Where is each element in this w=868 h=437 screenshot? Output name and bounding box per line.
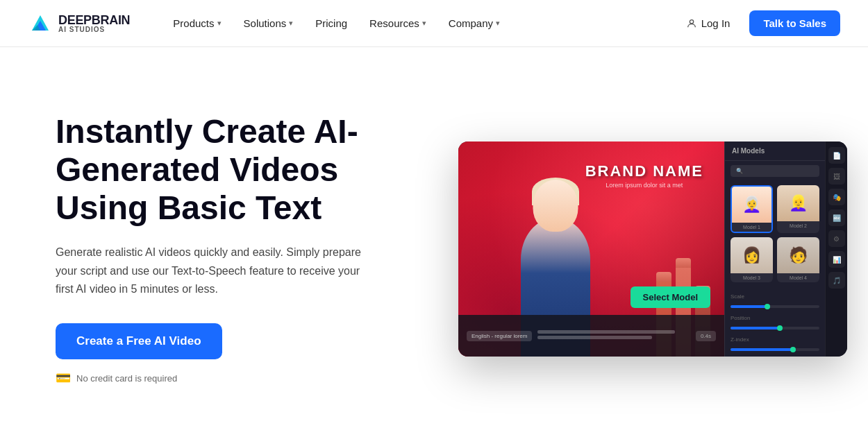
video-bottom-bar: English - regular lorem 0.4s — [458, 315, 724, 357]
app-mockup: BRAND NAME Lorem ipsum dolor sit a met — [458, 142, 847, 357]
toolbar-icon-2[interactable]: 🖼 — [828, 168, 845, 185]
video-preview-area: BRAND NAME Lorem ipsum dolor sit a met — [458, 142, 724, 357]
model-card-3[interactable]: 👩 Model 3 — [731, 237, 773, 282]
chevron-down-icon: ▾ — [496, 19, 500, 28]
main-content: Instantly Create AI-Generated Videos Usi… — [0, 47, 868, 437]
hero-right: BRAND NAME Lorem ipsum dolor sit a met — [458, 142, 847, 357]
chevron-down-icon: ▾ — [422, 19, 426, 28]
credit-card-icon: 💳 — [56, 370, 71, 386]
toolbar-icon-1[interactable]: 📄 — [828, 147, 845, 164]
model-card-1[interactable]: 👩‍🦳 Model 1 — [731, 185, 773, 233]
model-face-1: 👩‍🦳 — [732, 187, 771, 223]
chevron-down-icon: ▾ — [289, 19, 293, 28]
avatar-head — [533, 180, 578, 232]
toolbar-icon-5[interactable]: ⚙ — [828, 230, 845, 247]
model-card-4[interactable]: 🧑 Model 4 — [777, 237, 819, 282]
nav-solutions[interactable]: Solutions ▾ — [234, 12, 303, 35]
brand-overlay: BRAND NAME Lorem ipsum dolor sit a met — [585, 162, 703, 189]
logo[interactable]: DEEPBRAIN AI STUDIOS — [28, 11, 130, 36]
nav-resources[interactable]: Resources ▾ — [360, 12, 436, 35]
hero-subtext: Generate realistic AI videos quickly and… — [56, 243, 361, 298]
logo-brand: DEEPBRAIN — [58, 14, 130, 26]
model-search: 🔍 — [731, 165, 819, 177]
model-label-4: Model 4 — [777, 273, 819, 282]
model-face-3: 👩 — [731, 237, 773, 273]
nav-right: Log In Talk to Sales — [678, 10, 840, 36]
duration-badge: 0.4s — [696, 331, 716, 341]
talk-to-sales-button[interactable]: Talk to Sales — [749, 10, 840, 36]
nav-products[interactable]: Products ▾ — [163, 12, 231, 35]
model-card-2[interactable]: 👱‍♀️ Model 2 — [777, 185, 819, 233]
model-face-4: 🧑 — [777, 237, 819, 273]
far-right-toolbar: 📄 🖼 🎭 🔤 ⚙ 📊 🎵 — [825, 142, 847, 357]
select-model-button[interactable]: Select Model — [631, 286, 710, 308]
nav-pricing[interactable]: Pricing — [306, 12, 357, 35]
z-index-label: Z-index — [725, 332, 825, 347]
no-credit-card-notice: 💳 No credit card is required — [56, 370, 403, 386]
toolbar-icon-3[interactable]: 🎭 — [828, 189, 845, 205]
chevron-down-icon: ▾ — [217, 19, 222, 28]
hero-heading: Instantly Create AI-Generated Videos Usi… — [56, 112, 403, 228]
model-face-2: 👱‍♀️ — [777, 185, 819, 221]
model-label-3: Model 3 — [731, 273, 773, 282]
language-badge: English - regular lorem — [467, 331, 532, 341]
scale-slider[interactable] — [731, 305, 819, 308]
svg-point-3 — [690, 19, 693, 23]
nav-company[interactable]: Company ▾ — [439, 12, 510, 35]
search-icon: 🔍 — [736, 168, 743, 174]
hero-left: Instantly Create AI-Generated Videos Usi… — [56, 112, 403, 386]
logo-sub: AI STUDIOS — [58, 26, 130, 33]
nav-links: Products ▾ Solutions ▾ Pricing Resources… — [163, 12, 677, 35]
model-label-1: Model 1 — [732, 223, 771, 232]
position-slider[interactable] — [731, 327, 819, 329]
brand-subtitle: Lorem ipsum dolor sit a met — [585, 182, 703, 189]
script-text-lines — [537, 330, 690, 341]
login-button[interactable]: Log In — [678, 12, 739, 35]
navbar: DEEPBRAIN AI STUDIOS Products ▾ Solution… — [0, 0, 868, 47]
ai-models-panel: AI Models 🔍 👩‍🦳 Model 1 👱‍♀️ Model 2 👩 — [724, 142, 825, 357]
brand-name-text: BRAND NAME — [585, 162, 703, 180]
model-label-2: Model 2 — [777, 221, 819, 230]
cta-button[interactable]: Create a Free AI Video — [56, 323, 222, 359]
text-line-1 — [537, 330, 674, 334]
zindex-slider[interactable] — [731, 348, 819, 351]
text-line-2 — [537, 336, 652, 339]
toolbar-icon-6[interactable]: 📊 — [828, 251, 845, 268]
panel-title: AI Models — [725, 142, 825, 161]
model-grid: 👩‍🦳 Model 1 👱‍♀️ Model 2 👩 Model 3 🧑 Mod… — [725, 181, 825, 286]
scale-label: Scale — [725, 289, 825, 304]
toolbar-icon-4[interactable]: 🔤 — [828, 209, 845, 226]
user-icon — [686, 18, 697, 29]
position-label: Position — [725, 311, 825, 325]
logo-icon — [28, 11, 53, 36]
toolbar-icon-7[interactable]: 🎵 — [828, 272, 845, 289]
